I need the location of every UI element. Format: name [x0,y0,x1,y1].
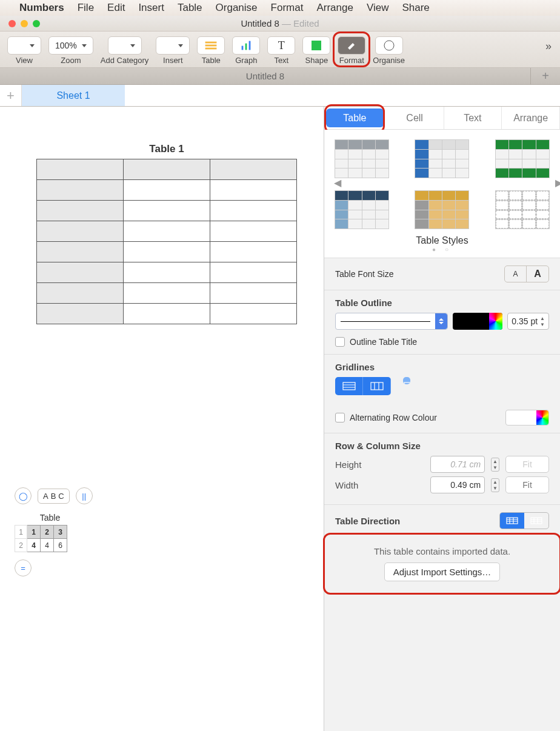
add-category-label: Add Category [101,56,149,65]
outline-title-checkbox[interactable] [335,337,345,347]
format-label: Format [339,56,364,65]
direction-rtl[interactable] [524,513,548,529]
document-tab[interactable]: Untitled 8 [0,68,531,84]
filter-icon [383,40,395,51]
document-tabbar: Untitled 8 + [0,68,560,85]
menu-share[interactable]: Share [402,2,429,14]
menu-table[interactable]: Table [178,2,202,14]
window-titlebar: Untitled 8 — Edited [0,16,560,32]
gridlines-header-seg[interactable] [403,377,410,384]
alt-row-checkbox[interactable] [335,413,345,422]
width-label: Width [335,480,424,490]
shape-label: Shape [305,56,328,65]
width-fit-button[interactable]: Fit [505,476,549,493]
table-icon [205,41,217,50]
gridlines-title: Gridlines [335,362,549,372]
menu-edit[interactable]: Edit [107,2,125,14]
width-field[interactable]: 0.49 cm [430,476,485,493]
style-pager-dots: ● ○ [330,246,554,253]
font-size-stepper[interactable]: AA [504,265,549,282]
inspector-tab-table[interactable]: Table [326,108,384,127]
width-stepper[interactable]: ▲▼ [491,478,499,492]
height-fit-button[interactable]: Fit [505,456,549,473]
svg-rect-8 [205,41,217,44]
table-label: Table [202,56,221,65]
svg-rect-10 [205,47,217,50]
shape-button[interactable] [302,36,330,55]
view-button[interactable] [7,36,41,55]
circle-button-1[interactable]: ◯ [15,487,32,504]
height-field[interactable]: 0.71 cm [430,456,485,473]
menu-file[interactable]: File [78,2,94,14]
menu-insert[interactable]: Insert [138,2,164,14]
mini-table-title: Table [33,513,67,522]
insert-label: Insert [163,56,183,65]
table-style-4[interactable] [335,190,389,229]
outline-title: Table Outline [335,298,549,308]
window-title: Untitled 8 — Edited [0,18,560,28]
table-title[interactable]: Table 1 [36,143,297,155]
import-message: This table contains imported data. [334,546,550,556]
inspector-tab-arrange[interactable]: Arrange [502,107,560,129]
equals-button[interactable]: = [15,559,32,576]
outline-title-checkbox-label: Outline Table Title [350,337,417,347]
outline-style-select[interactable] [335,313,448,330]
add-sheet-button[interactable]: + [0,85,22,106]
organise-label: Organise [373,56,405,65]
insert-button[interactable] [156,36,190,55]
organise-button[interactable] [375,36,403,55]
list-icon [115,41,125,50]
mini-table[interactable]: 1 1 2 3 2 4 4 6 [15,525,67,552]
canvas[interactable]: Table 1 ◯ A B C || Table 1 [0,107,324,731]
stepper-icon[interactable]: ▲▼ [540,316,545,327]
graph-label: Graph [235,56,257,65]
table-style-3[interactable] [495,139,550,178]
styles-next[interactable]: ▶ [555,177,560,189]
svg-rect-18 [343,382,355,390]
outline-color-well[interactable] [453,313,502,330]
sheet-tab[interactable]: Sheet 1 [22,85,125,106]
menu-organise[interactable]: Organise [216,2,258,14]
alt-row-label: Alternating Row Colour [350,413,437,422]
zoom-label: Zoom [61,56,81,65]
table-style-1[interactable] [335,139,389,178]
format-button[interactable] [338,36,365,55]
add-category-button[interactable] [108,36,142,55]
menu-arrange[interactable]: Arrange [316,2,353,14]
height-stepper[interactable]: ▲▼ [491,458,499,472]
menu-format[interactable]: Format [271,2,304,14]
svg-rect-21 [371,382,383,390]
svg-rect-24 [404,382,410,384]
zoom-button[interactable]: 100% [48,36,93,55]
text-label: Text [274,56,288,65]
toolbar-overflow[interactable]: » [545,40,552,53]
new-tab-button[interactable]: + [531,68,560,84]
table-style-2[interactable] [415,139,469,178]
menu-view[interactable]: View [367,2,389,14]
sample-table[interactable] [36,159,297,324]
inspector-tab-text[interactable]: Text [444,107,502,129]
table-style-6[interactable] [495,190,550,229]
shape-icon [312,41,321,50]
app-name[interactable]: Numbers [19,2,64,14]
inspector-tab-cell[interactable]: Cell [386,107,444,129]
pause-button[interactable]: || [76,487,93,504]
outline-width-field[interactable]: 0.35 pt ▲▼ [507,313,549,330]
height-label: Height [335,459,424,470]
table-style-5[interactable] [415,190,469,229]
direction-ltr[interactable] [500,513,524,529]
gridlines-body-seg[interactable] [335,377,391,395]
alt-row-color-well[interactable] [505,410,549,426]
sidebar-icon [14,41,25,50]
direction-seg[interactable] [499,512,549,529]
abc-pill[interactable]: A B C [38,489,70,504]
svg-rect-36 [531,518,542,524]
text-button[interactable]: T [267,36,295,55]
graph-button[interactable] [232,36,260,55]
font-smaller-icon[interactable]: A [505,266,527,282]
sheet-bar: + Sheet 1 [0,85,560,107]
table-button[interactable] [197,36,225,55]
menubar: Numbers File Edit Insert Table Organise … [0,0,560,16]
font-larger-icon[interactable]: A [527,266,548,282]
adjust-import-button[interactable]: Adjust Import Settings… [384,562,501,581]
